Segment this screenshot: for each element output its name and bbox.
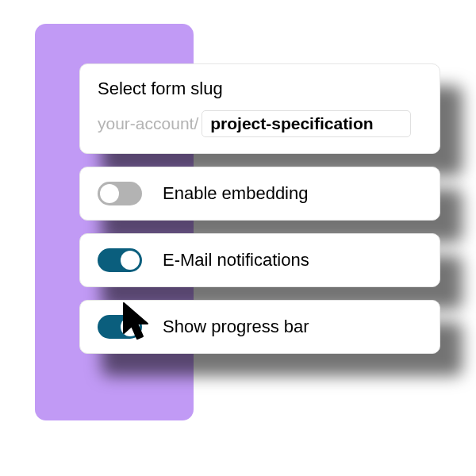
embedding-toggle[interactable] <box>98 182 142 205</box>
slug-input[interactable] <box>202 110 411 137</box>
slug-input-row: your-account/ <box>98 110 422 137</box>
embedding-card: Enable embedding <box>79 167 440 221</box>
email-card: E-Mail notifications <box>79 233 440 287</box>
slug-prefix: your-account/ <box>98 114 198 133</box>
toggle-knob <box>121 251 140 270</box>
email-label: E-Mail notifications <box>163 250 309 271</box>
slug-title: Select form slug <box>98 79 422 99</box>
embedding-label: Enable embedding <box>163 183 308 204</box>
progress-label: Show progress bar <box>163 317 309 337</box>
toggle-knob <box>100 184 119 203</box>
toggle-knob <box>121 317 140 336</box>
email-toggle[interactable] <box>98 248 142 272</box>
progress-card: Show progress bar <box>79 300 440 354</box>
settings-cards: Select form slug your-account/ Enable em… <box>79 63 440 367</box>
slug-card: Select form slug your-account/ <box>79 63 440 154</box>
progress-toggle[interactable] <box>98 315 142 339</box>
